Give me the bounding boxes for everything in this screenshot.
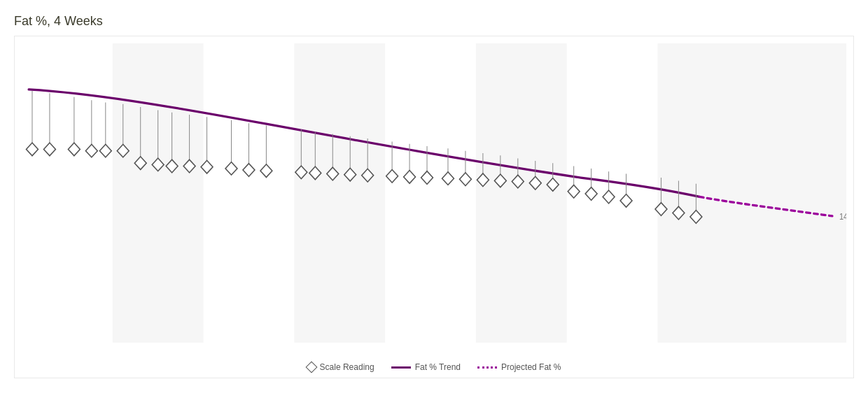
chart-container: 14 Sep 4 Sep 11 Sep 18 Sep 25 Oct 2 Scal… xyxy=(14,36,854,378)
svg-rect-30 xyxy=(243,164,255,177)
svg-rect-44 xyxy=(386,170,398,183)
legend-scale-reading: Scale Reading xyxy=(307,362,374,372)
svg-rect-64 xyxy=(568,185,580,198)
svg-rect-6 xyxy=(27,143,38,156)
svg-rect-52 xyxy=(459,173,471,186)
svg-rect-0 xyxy=(113,43,204,343)
svg-rect-48 xyxy=(421,171,433,185)
svg-rect-3 xyxy=(657,43,748,343)
svg-rect-68 xyxy=(603,190,615,204)
svg-rect-66 xyxy=(585,187,597,201)
svg-rect-1 xyxy=(294,43,385,343)
svg-rect-10 xyxy=(68,143,80,156)
legend-fat-trend-label: Fat % Trend xyxy=(415,362,461,372)
legend-projected-fat-label: Projected Fat % xyxy=(501,362,561,372)
legend-scale-reading-label: Scale Reading xyxy=(320,362,374,372)
chart-area: 14 Sep 4 Sep 11 Sep 18 Sep 25 Oct 2 xyxy=(22,43,846,343)
legend-fat-trend: Fat % Trend xyxy=(391,362,461,372)
svg-rect-28 xyxy=(225,162,237,176)
chart-legend: Scale Reading Fat % Trend Projected Fat … xyxy=(15,362,853,372)
solid-line-icon xyxy=(391,366,411,369)
legend-projected-fat: Projected Fat % xyxy=(477,362,561,372)
svg-rect-50 xyxy=(442,172,454,185)
svg-rect-46 xyxy=(404,171,416,184)
svg-rect-2 xyxy=(476,43,567,343)
svg-rect-70 xyxy=(620,194,632,208)
svg-rect-32 xyxy=(260,164,272,178)
svg-text:14: 14 xyxy=(839,213,846,222)
chart-svg: 14 xyxy=(22,43,846,343)
svg-rect-8 xyxy=(43,143,55,156)
svg-rect-4 xyxy=(748,43,846,343)
svg-rect-14 xyxy=(99,144,111,157)
diamond-icon xyxy=(305,362,317,373)
dotted-line-icon xyxy=(477,366,497,369)
svg-rect-12 xyxy=(85,144,97,157)
chart-title: Fat %, 4 Weeks xyxy=(14,14,854,29)
